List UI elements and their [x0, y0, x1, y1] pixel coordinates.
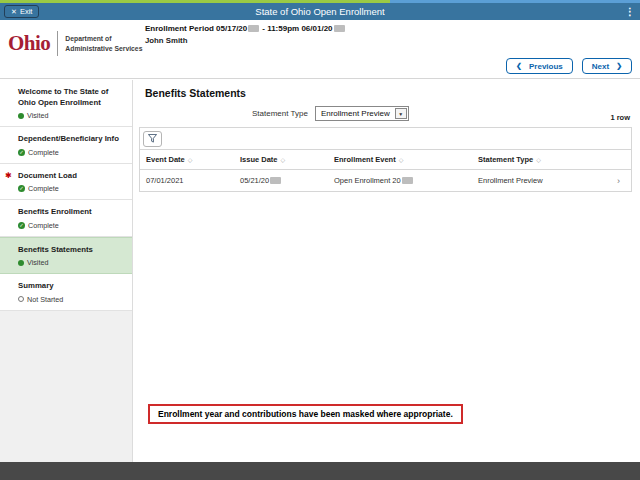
complete-check-icon: ✓ [18, 185, 25, 192]
status-label: Complete [28, 148, 59, 157]
enrollment-period-end: - 11:59pm 06/01/20 [262, 24, 332, 33]
step-navigation: ❮ Previous Next ❯ [506, 58, 632, 74]
table-row[interactable]: 07/01/2021 05/21/20 Open Enrollment 20 E… [140, 170, 631, 191]
column-label: Statement Type [478, 155, 533, 164]
agency-logo: Ohio Department of Administrative Servic… [8, 31, 142, 56]
page-header: Ohio Department of Administrative Servic… [0, 20, 640, 79]
visited-icon [18, 260, 24, 266]
column-header-statement-type[interactable]: Statement Type ◇ [478, 155, 617, 164]
sidebar-item-benefits-statements[interactable]: Benefits Statements Visited [0, 237, 132, 275]
sidebar-item-document-load[interactable]: ✱ Document Load ✓ Complete [0, 164, 132, 201]
agency-name-line2: Administrative Services [65, 45, 142, 52]
previous-button-label: Previous [529, 62, 563, 71]
complete-check-icon: ✓ [18, 222, 25, 229]
sidebar-item-title: Dependent/Beneficiary Info [18, 134, 126, 145]
cell-issue-date: 05/21/20 [240, 176, 334, 185]
overflow-menu-icon[interactable]: ⋮ [625, 5, 635, 18]
sidebar-item-title: Document Load [18, 171, 126, 182]
grid-header-row: Event Date ◇ Issue Date ◇ Enrollment Eve… [140, 150, 631, 170]
required-asterisk-icon: ✱ [5, 171, 12, 180]
enrollment-info: Enrollment Period 05/17/20- 11:59pm 06/0… [145, 24, 345, 45]
column-header-enrollment-event[interactable]: Enrollment Event ◇ [334, 155, 478, 164]
masking-note: Enrollment year and contributions have b… [148, 404, 463, 424]
row-chevron-icon: › [617, 176, 631, 186]
masked-year [270, 177, 281, 184]
sidebar-item-summary[interactable]: Summary Not Started [0, 274, 132, 311]
issue-date-text: 05/21/20 [240, 176, 269, 185]
status-label: Not Started [27, 295, 63, 304]
user-name: John Smith [145, 36, 345, 45]
sidebar-item-status: Visited [18, 111, 126, 120]
sidebar-item-welcome[interactable]: Welcome to The State of Ohio Open Enroll… [0, 80, 132, 127]
previous-button[interactable]: ❮ Previous [506, 58, 573, 74]
masked-year [248, 25, 259, 32]
sidebar-item-dependent-beneficiary-info[interactable]: Dependent/Beneficiary Info ✓ Complete [0, 127, 132, 164]
statements-grid: Event Date ◇ Issue Date ◇ Enrollment Eve… [139, 127, 632, 192]
cell-statement-type: Enrollment Preview [478, 176, 617, 185]
status-label: Visited [27, 258, 48, 267]
sort-icon: ◇ [536, 156, 541, 163]
sidebar-item-status: Visited [18, 258, 126, 267]
sort-icon: ◇ [399, 156, 404, 163]
row-count: 1 row [610, 113, 630, 122]
status-label: Complete [28, 221, 59, 230]
sidebar-item-status: ✓ Complete [18, 221, 126, 230]
status-label: Complete [28, 184, 59, 193]
top-banner: ✕ Exit State of Ohio Open Enrollment ⋮ [0, 3, 640, 20]
sidebar-item-title: Benefits Statements [18, 245, 126, 256]
page-banner-title: State of Ohio Open Enrollment [0, 6, 640, 17]
chevron-right-icon: ❯ [616, 62, 622, 70]
column-header-event-date[interactable]: Event Date ◇ [140, 155, 240, 164]
sidebar-item-title: Summary [18, 281, 126, 292]
statement-type-label: Statement Type [252, 109, 308, 118]
activity-guide-sidebar: Welcome to The State of Ohio Open Enroll… [0, 80, 133, 462]
masked-year [402, 177, 413, 184]
filter-button[interactable] [143, 131, 162, 147]
enrollment-period-start: Enrollment Period 05/17/20 [145, 24, 247, 33]
sidebar-item-status: Not Started [18, 295, 126, 304]
column-label: Issue Date [240, 155, 278, 164]
next-button-label: Next [592, 62, 609, 71]
agency-name: Department of Administrative Services [65, 34, 142, 52]
next-button[interactable]: Next ❯ [582, 58, 632, 74]
bottom-footer-bar [0, 462, 640, 480]
sidebar-item-title: Welcome to The State of Ohio Open Enroll… [18, 87, 126, 108]
chevron-left-icon: ❮ [516, 62, 522, 70]
grid-toolbar [140, 128, 631, 150]
column-label: Enrollment Event [334, 155, 396, 164]
logo-divider [57, 31, 58, 56]
column-label: Event Date [146, 155, 185, 164]
column-header-issue-date[interactable]: Issue Date ◇ [240, 155, 334, 164]
enrollment-period: Enrollment Period 05/17/20- 11:59pm 06/0… [145, 24, 345, 33]
cell-event-date: 07/01/2021 [140, 176, 240, 185]
sidebar-item-status: ✓ Complete [18, 184, 126, 193]
sidebar-item-title: Benefits Enrollment [18, 207, 126, 218]
filter-funnel-icon [148, 134, 157, 143]
sort-icon: ◇ [188, 156, 193, 163]
statement-type-selected-value: Enrollment Preview [321, 109, 390, 118]
sidebar-item-status: ✓ Complete [18, 148, 126, 157]
cell-enrollment-event: Open Enrollment 20 [334, 176, 478, 185]
statement-type-field: Statement Type Enrollment Preview ▼ [252, 106, 409, 121]
ohio-logo-text: Ohio [8, 33, 50, 54]
sidebar-item-benefits-enrollment[interactable]: Benefits Enrollment ✓ Complete [0, 200, 132, 237]
status-label: Visited [27, 111, 48, 120]
main-content: Benefits Statements Statement Type Enrol… [134, 80, 640, 462]
enrollment-event-text: Open Enrollment 20 [334, 176, 401, 185]
statement-type-select[interactable]: Enrollment Preview ▼ [315, 106, 409, 121]
masked-year [334, 25, 345, 32]
agency-name-line1: Department of [65, 35, 111, 42]
sort-icon: ◇ [281, 156, 286, 163]
not-started-icon [18, 296, 24, 302]
visited-icon [18, 113, 24, 119]
complete-check-icon: ✓ [18, 149, 25, 156]
dropdown-arrow-icon: ▼ [395, 108, 407, 119]
page-title: Benefits Statements [145, 87, 246, 99]
